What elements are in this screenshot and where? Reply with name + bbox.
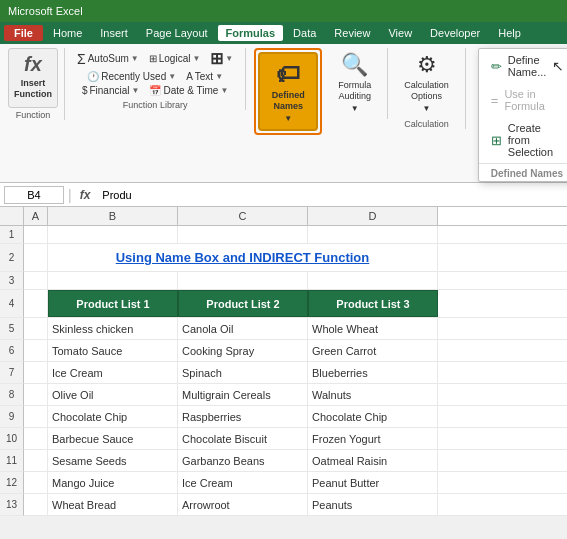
cell-c13[interactable]: Arrowroot: [178, 494, 308, 515]
menu-insert[interactable]: Insert: [92, 25, 136, 41]
grid-row-5: Skinless chicken Canola Oil Whole Wheat: [24, 318, 567, 340]
autosum-arrow: ▼: [131, 54, 139, 63]
cell-c9[interactable]: Raspberries: [178, 406, 308, 427]
insert-function-button[interactable]: fx InsertFunction: [8, 48, 58, 108]
row-header-2: 2: [0, 244, 24, 272]
formula-input[interactable]: [98, 189, 563, 201]
autosum-button[interactable]: Σ AutoSum ▼: [73, 50, 143, 68]
cell-b5[interactable]: Skinless chicken: [48, 318, 178, 339]
cell-a2[interactable]: [24, 244, 48, 271]
cell-a12[interactable]: [24, 472, 48, 493]
use-in-formula-item[interactable]: = Use in Formula: [479, 83, 567, 117]
header-b4: Product List 1: [76, 298, 149, 310]
cell-b9[interactable]: Chocolate Chip: [48, 406, 178, 427]
cell-b8[interactable]: Olive Oil: [48, 384, 178, 405]
calculation-options-button[interactable]: ⚙ CalculationOptions ▼: [396, 48, 457, 117]
cell-d12[interactable]: Peanut Butter: [308, 472, 438, 493]
cursor-icon: ↖: [552, 58, 564, 74]
cell-d13[interactable]: Peanuts: [308, 494, 438, 515]
name-box[interactable]: [4, 186, 64, 204]
more-button[interactable]: ⊞ ▼: [206, 48, 237, 69]
menu-developer[interactable]: Developer: [422, 25, 488, 41]
cell-c8[interactable]: Multigrain Cereals: [178, 384, 308, 405]
defined-names-dropdown: ✏ Define Name... ↖ = Use in Formula ⊞ Cr…: [478, 48, 567, 182]
cell-d5[interactable]: Whole Wheat: [308, 318, 438, 339]
cell-b4[interactable]: Product List 1: [48, 290, 178, 317]
cell-a1[interactable]: [24, 226, 48, 243]
financial-button[interactable]: $ Financial ▼: [78, 84, 144, 97]
cell-a13[interactable]: [24, 494, 48, 515]
row-header-10: 10: [0, 428, 24, 450]
cell-a8[interactable]: [24, 384, 48, 405]
cell-c7[interactable]: Spinach: [178, 362, 308, 383]
menu-data[interactable]: Data: [285, 25, 324, 41]
defined-names-arrow: ▼: [284, 114, 292, 123]
cell-a6[interactable]: [24, 340, 48, 361]
cell-c6[interactable]: Cooking Spray: [178, 340, 308, 361]
define-name-label: Define Name...: [508, 54, 547, 78]
grid-row-2: Using Name Box and INDIRECT Function: [24, 244, 567, 272]
fx-icon: fx: [24, 53, 42, 76]
menu-review[interactable]: Review: [326, 25, 378, 41]
cell-b7[interactable]: Ice Cream: [48, 362, 178, 383]
cell-a9[interactable]: [24, 406, 48, 427]
row-header-8: 8: [0, 384, 24, 406]
logical-icon: ⊞: [149, 53, 157, 64]
cell-b12[interactable]: Mango Juice: [48, 472, 178, 493]
cell-d7[interactable]: Blueberries: [308, 362, 438, 383]
cell-d8[interactable]: Walnuts: [308, 384, 438, 405]
cell-c4[interactable]: Product List 2: [178, 290, 308, 317]
menu-home[interactable]: Home: [45, 25, 90, 41]
formula-auditing-button[interactable]: 🔍 FormulaAuditing ▼: [330, 48, 379, 117]
grid-row-1: [24, 226, 567, 244]
menu-page-layout[interactable]: Page Layout: [138, 25, 216, 41]
cell-b6[interactable]: Tomato Sauce: [48, 340, 178, 361]
defined-names-group: 🏷 DefinedNames ▼: [254, 48, 322, 135]
menu-file[interactable]: File: [4, 25, 43, 41]
cell-d3[interactable]: [308, 272, 438, 289]
cell-d4[interactable]: Product List 3: [308, 290, 438, 317]
dollar-icon: $: [82, 85, 88, 96]
grid-row-8: Olive Oil Multigrain Cereals Walnuts: [24, 384, 567, 406]
cell-c1[interactable]: [178, 226, 308, 243]
cell-c5[interactable]: Canola Oil: [178, 318, 308, 339]
row-header-3: 3: [0, 272, 24, 290]
recently-used-button[interactable]: 🕐 Recently Used ▼: [83, 70, 180, 83]
create-from-selection-item[interactable]: ⊞ Create from Selection: [479, 117, 567, 163]
datetime-button[interactable]: 📅 Date & Time ▼: [145, 84, 232, 97]
cell-d11[interactable]: Oatmeal Raisin: [308, 450, 438, 471]
grid-row-7: Ice Cream Spinach Blueberries: [24, 362, 567, 384]
cell-a7[interactable]: [24, 362, 48, 383]
cell-b3[interactable]: [48, 272, 178, 289]
cell-title[interactable]: Using Name Box and INDIRECT Function: [48, 244, 438, 271]
define-name-item[interactable]: ✏ Define Name... ↖: [479, 49, 567, 83]
use-in-formula-label: Use in Formula: [504, 88, 564, 112]
text-button[interactable]: A Text ▼: [182, 70, 227, 83]
cell-c11[interactable]: Garbanzo Beans: [178, 450, 308, 471]
cell-c3[interactable]: [178, 272, 308, 289]
cell-d9[interactable]: Chocolate Chip: [308, 406, 438, 427]
cell-c12[interactable]: Ice Cream: [178, 472, 308, 493]
cell-d1[interactable]: [308, 226, 438, 243]
menu-help[interactable]: Help: [490, 25, 529, 41]
sigma-icon: Σ: [77, 51, 86, 67]
menu-view[interactable]: View: [380, 25, 420, 41]
cell-a10[interactable]: [24, 428, 48, 449]
menu-formulas[interactable]: Formulas: [218, 25, 284, 41]
cell-b11[interactable]: Sesame Seeds: [48, 450, 178, 471]
logical-button[interactable]: ⊞ Logical ▼: [145, 52, 205, 65]
cell-a3[interactable]: [24, 272, 48, 289]
defined-names-button[interactable]: 🏷 DefinedNames ▼: [258, 52, 318, 131]
cell-a11[interactable]: [24, 450, 48, 471]
cell-d6[interactable]: Green Carrot: [308, 340, 438, 361]
cell-b10[interactable]: Barbecue Sauce: [48, 428, 178, 449]
cell-b13[interactable]: Wheat Bread: [48, 494, 178, 515]
cell-c10[interactable]: Chocolate Biscuit: [178, 428, 308, 449]
cell-b1[interactable]: [48, 226, 178, 243]
row-header-12: 12: [0, 472, 24, 494]
cell-d10[interactable]: Frozen Yogurt: [308, 428, 438, 449]
formula-separator: |: [68, 187, 72, 203]
cell-a4[interactable]: [24, 290, 48, 317]
cell-a5[interactable]: [24, 318, 48, 339]
ribbon: fx InsertFunction Function Σ AutoSum ▼ ⊞…: [0, 44, 567, 183]
